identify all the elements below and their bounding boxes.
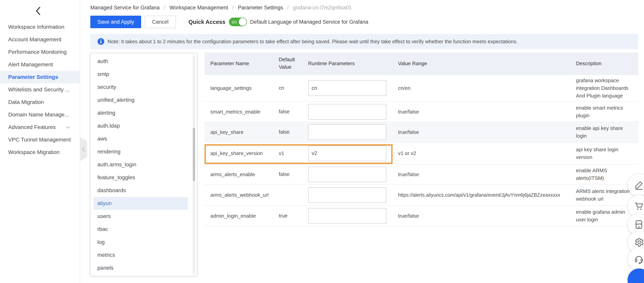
sidebar-item-label: Workspace Migration [8, 149, 60, 155]
dropdown-option-feature-toggles[interactable]: feature_toggles [94, 171, 188, 184]
runtime-parameter-input[interactable] [308, 167, 386, 182]
breadcrumb-item[interactable]: Parameter Settings [238, 5, 283, 11]
column-header-runtime-parameters: Runtime Parameters [302, 61, 392, 67]
sidebar-item-performance-monitoring[interactable]: Performance Monitoring [0, 46, 80, 58]
column-header-default-value: Default Value [273, 56, 302, 71]
note-banner: Note: It takes about 1 to 2 minutes for … [90, 34, 638, 49]
parameter-group-dropdown: auth smtp security unified_alerting aler… [90, 53, 198, 276]
cancel-button[interactable]: Cancel [145, 16, 176, 28]
sidebar-item-whitelists-security[interactable]: Whitelists and Security ... [0, 83, 80, 96]
sidebar-item-label: Data Migration [8, 99, 44, 105]
runtime-parameter-input[interactable] [308, 146, 386, 161]
sidebar-item-data-migration[interactable]: Data Migration [0, 96, 80, 108]
sidebar-item-label: Advanced Features [8, 124, 56, 130]
sidebar-item-vpc-tunnel-management[interactable]: VPC Tunnel Management [0, 133, 80, 146]
breadcrumb: Managed Service for Grafana / Workspace … [80, 0, 644, 11]
breadcrumb-item[interactable]: Managed Service for Grafana [90, 5, 160, 11]
value-range: true/false [392, 213, 570, 219]
main-content: Managed Service for Grafana / Workspace … [80, 0, 644, 283]
sidebar-item-label: Alert Management [8, 62, 53, 68]
note-text: Note: It takes about 1 to 2 minutes for … [108, 39, 518, 45]
table-row: arms_alerts_webhook_url https://alerts.a… [204, 185, 638, 206]
runtime-parameter-input[interactable] [308, 124, 386, 140]
sidebar-item-parameter-settings[interactable]: Parameter Settings [0, 71, 80, 83]
dropdown-option-rendering[interactable]: rendering [94, 145, 188, 158]
quick-access-toggle[interactable]: cn [229, 18, 247, 26]
sidebar-item-label: Parameter Settings [8, 74, 58, 80]
table-row-highlighted: api_key_share_version v1 v1 or v2 api ke… [204, 142, 638, 165]
save-and-apply-button[interactable]: Save and Apply [90, 16, 141, 28]
sidebar-item-workspace-information[interactable]: Workspace Information [0, 21, 80, 33]
pencil-icon [634, 180, 644, 190]
breadcrumb-item[interactable]: Workspace Management [170, 5, 228, 11]
parameter-description: enable grafana admin user login [570, 208, 638, 223]
parameter-description: api key share login version [570, 146, 638, 161]
toggle-description: Default Language of Managed Service for … [250, 19, 368, 25]
dropdown-option-alerting[interactable]: alerting [94, 106, 188, 119]
runtime-parameter-input[interactable] [308, 187, 386, 203]
breadcrumb-separator: / [232, 5, 234, 11]
default-value: false [273, 128, 302, 136]
sidebar-item-workspace-migration[interactable]: Workspace Migration [0, 146, 80, 159]
value-range: https://alerts.aliyuncs.com/api/v1/grafa… [392, 192, 570, 198]
dropdown-option-auth[interactable]: auth [94, 55, 188, 68]
sidebar-item-label: Whitelists and Security ... [8, 87, 70, 93]
sidebar-item-label: Domain Name Manage... [8, 112, 69, 118]
sidebar-item-label: Performance Monitoring [8, 49, 67, 55]
dropdown-scrollbar-thumb[interactable] [193, 128, 195, 181]
parameter-description: ARMS alerts integration webhook url [570, 187, 638, 203]
value-range: v1 or v2 [392, 150, 570, 156]
default-value: false [273, 108, 302, 115]
dropdown-option-smtp[interactable]: smtp [94, 68, 188, 81]
sidebar-item-domain-name-management[interactable]: Domain Name Manage... [0, 108, 80, 121]
back-button[interactable] [34, 6, 42, 16]
dropdown-option-unified-alerting[interactable]: unified_alerting [94, 94, 188, 106]
parameter-name: arms_alerts_webhook_url [204, 192, 273, 198]
dropdown-option-aws[interactable]: aws [94, 132, 188, 145]
dropdown-option-security[interactable]: security [94, 81, 188, 94]
dropdown-option-dashboards[interactable]: dashboards [94, 184, 188, 197]
toggle-knob [239, 18, 246, 26]
quick-access-label: Quick Access [188, 19, 226, 25]
dropdown-option-auth-arms-login[interactable]: auth.arms_login [94, 158, 188, 171]
column-header-value-range: Value Range [392, 61, 570, 67]
sidebar-collapse-handle[interactable] [80, 137, 87, 161]
parameter-name: api_key_share [204, 129, 273, 135]
sidebar-item-label: Account Management [8, 36, 62, 43]
sidebar-item-alert-management[interactable]: Alert Management [0, 58, 80, 71]
default-value: v1 [273, 150, 302, 157]
toolbar: Save and Apply Cancel Quick Access cn De… [90, 16, 644, 28]
parameter-name: smart_metrics_enable [204, 109, 273, 115]
default-value: false [273, 171, 302, 178]
chevron-down-icon [65, 125, 70, 130]
dropdown-option-rbac[interactable]: rbac [94, 223, 188, 236]
sidebar-item-advanced-features[interactable]: Advanced Features [0, 121, 80, 133]
dropdown-option-metrics[interactable]: metrics [94, 248, 188, 261]
parameters-table: Parameter Name Default Value Runtime Par… [204, 53, 638, 226]
table-row: api_key_share false true/false enable ap… [204, 122, 638, 142]
value-range: true/false [392, 171, 570, 177]
default-value: cn [273, 84, 302, 92]
breadcrumb-separator: / [288, 5, 289, 11]
parameter-name: language_settings [204, 85, 273, 91]
dropdown-option-panels[interactable]: panels [94, 261, 188, 274]
runtime-parameter-input[interactable] [308, 208, 386, 224]
runtime-parameter-input[interactable] [308, 80, 386, 96]
table-row: arms_alerts_enable false true/false enab… [204, 165, 638, 185]
toggle-value-label: cn [232, 18, 237, 26]
runtime-parameter-input[interactable] [308, 104, 386, 120]
column-header-parameter-name: Parameter Name [204, 61, 273, 67]
dropdown-option-log[interactable]: log [94, 236, 188, 248]
breadcrumb-separator: / [164, 5, 166, 11]
dropdown-option-auth-ldap[interactable]: auth.ldap [94, 119, 188, 132]
default-value: true [273, 212, 302, 220]
table-row: smart_metrics_enable false true/false en… [204, 102, 638, 122]
headset-icon [634, 254, 644, 264]
svg-text:APP: APP [636, 223, 642, 226]
dropdown-option-aliyun-selected[interactable]: aliyun [94, 197, 188, 210]
value-range: true/false [392, 109, 570, 115]
dropdown-option-users[interactable]: users [94, 210, 188, 223]
sidebar-item-account-management[interactable]: Account Management [0, 33, 80, 46]
table-header: Parameter Name Default Value Runtime Par… [204, 53, 638, 75]
column-header-description: Description [570, 60, 638, 67]
